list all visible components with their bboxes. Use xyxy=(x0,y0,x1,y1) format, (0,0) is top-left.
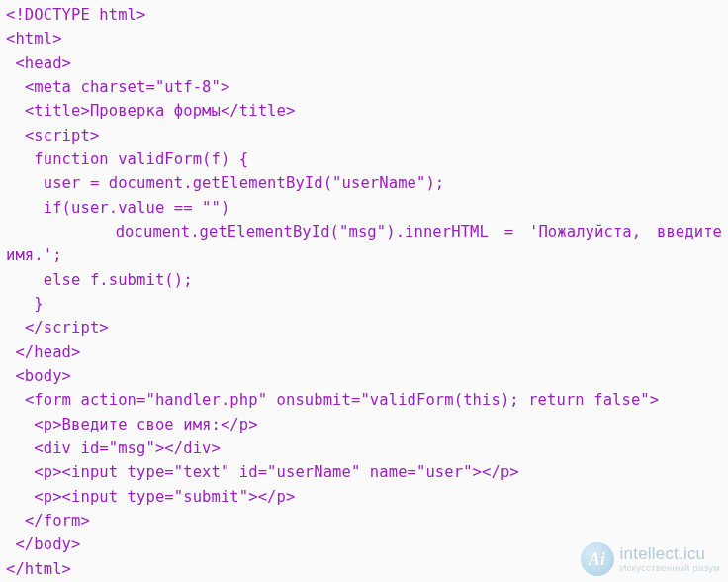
code-line: <!DOCTYPE html> xyxy=(6,6,145,24)
code-line: <p><input type="submit"></p> xyxy=(6,488,295,506)
code-line: <title>Проверка формы</title> xyxy=(6,102,295,120)
code-line: <p><input type="text" id="userName" name… xyxy=(6,463,519,481)
code-line: <div id="msg"></div> xyxy=(6,439,221,457)
code-line: <script> xyxy=(6,127,99,145)
code-line: </head> xyxy=(6,343,80,361)
code-line: <head> xyxy=(6,54,71,72)
code-line: </script> xyxy=(6,319,109,337)
code-line: else f.submit(); xyxy=(6,271,193,289)
code-line: </html> xyxy=(6,560,71,578)
code-line: <html> xyxy=(6,30,62,48)
code-block: <!DOCTYPE html> <html> <head> <meta char… xyxy=(0,0,728,582)
code-line: } xyxy=(6,295,44,313)
code-line: <p>Введите свое имя:</p> xyxy=(6,416,258,434)
code-line: if(user.value == "") xyxy=(6,199,229,217)
code-line: <form action="handler.php" onsubmit="val… xyxy=(6,391,659,409)
code-line: document.getElementById("msg").innerHTML… xyxy=(6,223,728,264)
code-line: <body> xyxy=(6,367,71,385)
code-line: user = document.getElementById("userName… xyxy=(6,174,444,192)
code-line: </form> xyxy=(6,512,90,530)
code-line: function validForm(f) { xyxy=(6,150,248,168)
code-line: </body> xyxy=(6,535,80,553)
code-line: <meta charset="utf-8"> xyxy=(6,78,229,96)
